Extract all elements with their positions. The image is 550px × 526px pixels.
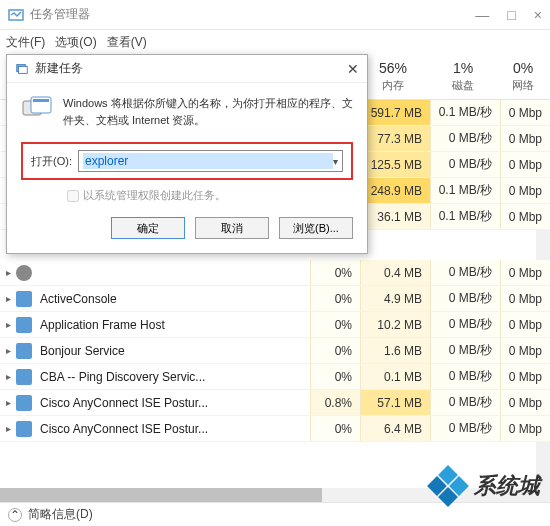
minimize-button[interactable]: — <box>475 7 489 23</box>
table-row[interactable]: ▸0%0.4 MB0 MB/秒0 Mbp <box>0 260 550 286</box>
cell: 0 MB/秒 <box>430 390 500 415</box>
process-name: Cisco AnyConnect ISE Postur... <box>38 422 310 436</box>
cell: 0 Mbp <box>500 364 550 389</box>
table-row[interactable]: ▸Application Frame Host0%10.2 MB0 MB/秒0 … <box>0 312 550 338</box>
process-icon <box>16 369 32 385</box>
expander-icon[interactable]: ▸ <box>0 293 16 304</box>
window-title: 任务管理器 <box>30 6 475 23</box>
open-combobox[interactable]: ▾ <box>78 150 343 172</box>
browse-button[interactable]: 浏览(B)... <box>279 217 353 239</box>
cell: 10.2 MB <box>360 312 430 337</box>
table-row[interactable]: ▸Cisco AnyConnect ISE Postur...0%6.4 MB0… <box>0 416 550 442</box>
cell: 248.9 MB <box>360 178 430 203</box>
expander-icon[interactable]: ▸ <box>0 267 16 278</box>
ok-button[interactable]: 确定 <box>111 217 185 239</box>
process-name: CBA -- Ping Discovery Servic... <box>38 370 310 384</box>
cell: 0 MB/秒 <box>430 416 500 441</box>
dialog-icon <box>15 62 29 76</box>
cell: 0 Mbp <box>500 416 550 441</box>
cell: 0% <box>310 312 360 337</box>
process-icon <box>16 395 32 411</box>
app-icon <box>8 7 24 23</box>
cell: 0.1 MB/秒 <box>430 178 500 203</box>
title-bar: 任务管理器 — □ × <box>0 0 550 30</box>
cell: 0 MB/秒 <box>430 312 500 337</box>
run-icon <box>21 95 53 123</box>
expander-icon[interactable]: ▸ <box>0 397 16 408</box>
admin-checkbox-row: 以系统管理权限创建此任务。 <box>21 188 353 203</box>
col-network[interactable]: 0% 网络 <box>498 54 548 99</box>
expander-icon[interactable]: ▸ <box>0 371 16 382</box>
dialog-close-icon[interactable]: ✕ <box>347 61 359 77</box>
process-name: ActiveConsole <box>38 292 310 306</box>
maximize-button[interactable]: □ <box>507 7 515 23</box>
fewer-details[interactable]: 简略信息(D) <box>28 506 93 523</box>
expander-icon[interactable]: ▸ <box>0 319 16 330</box>
cell: 0 Mbp <box>500 390 550 415</box>
menu-options[interactable]: 选项(O) <box>55 34 96 51</box>
cell: 0 MB/秒 <box>430 152 500 177</box>
col-memory[interactable]: 56% 内存 <box>358 54 428 99</box>
dialog-buttons: 确定 取消 浏览(B)... <box>21 217 353 239</box>
process-icon <box>16 343 32 359</box>
cell: 0 Mbp <box>500 126 550 151</box>
cancel-button[interactable]: 取消 <box>195 217 269 239</box>
cell: 36.1 MB <box>360 204 430 229</box>
expander-icon[interactable]: ▸ <box>0 345 16 356</box>
process-name: Cisco AnyConnect ISE Postur... <box>38 396 310 410</box>
expander-icon[interactable]: ▸ <box>0 423 16 434</box>
cell: 0% <box>310 364 360 389</box>
cell: 0 Mbp <box>500 260 550 285</box>
open-label: 打开(O): <box>31 154 72 169</box>
table-row[interactable]: ▸Bonjour Service0%1.6 MB0 MB/秒0 Mbp <box>0 338 550 364</box>
dialog-title: 新建任务 <box>35 60 347 77</box>
cell: 591.7 MB <box>360 100 430 125</box>
cell: 0 MB/秒 <box>430 338 500 363</box>
cell: 0 Mbp <box>500 204 550 229</box>
cell: 0.1 MB/秒 <box>430 100 500 125</box>
admin-label: 以系统管理权限创建此任务。 <box>83 188 226 203</box>
cell: 77.3 MB <box>360 126 430 151</box>
process-icon <box>16 421 32 437</box>
menu-view[interactable]: 查看(V) <box>107 34 147 51</box>
cell: 57.1 MB <box>360 390 430 415</box>
window-controls: — □ × <box>475 7 542 23</box>
cell: 0 Mbp <box>500 100 550 125</box>
table-row[interactable]: ▸ActiveConsole0%4.9 MB0 MB/秒0 Mbp <box>0 286 550 312</box>
cell: 6.4 MB <box>360 416 430 441</box>
cell: 0 Mbp <box>500 152 550 177</box>
cell: 0 MB/秒 <box>430 126 500 151</box>
cell: 0 Mbp <box>500 338 550 363</box>
dialog-body: Windows 将根据你所键入的名称，为你打开相应的程序、文件夹、文档或 Int… <box>7 83 367 253</box>
cell: 0 Mbp <box>500 312 550 337</box>
process-icon <box>16 317 32 333</box>
svg-rect-2 <box>19 66 28 73</box>
cell: 0 MB/秒 <box>430 364 500 389</box>
menu-file[interactable]: 文件(F) <box>6 34 45 51</box>
watermark: 系统城 <box>428 466 540 506</box>
col-disk[interactable]: 1% 磁盘 <box>428 54 498 99</box>
dropdown-icon[interactable]: ▾ <box>333 156 338 167</box>
cell: 0.1 MB/秒 <box>430 204 500 229</box>
cell: 0 Mbp <box>500 286 550 311</box>
dialog-titlebar: 新建任务 ✕ <box>7 55 367 83</box>
table-row[interactable]: ▸Cisco AnyConnect ISE Postur...0.8%57.1 … <box>0 390 550 416</box>
process-name: Application Frame Host <box>38 318 310 332</box>
run-dialog: 新建任务 ✕ Windows 将根据你所键入的名称，为你打开相应的程序、文件夹、… <box>6 54 368 254</box>
cell: 0 MB/秒 <box>430 286 500 311</box>
cell: 0.4 MB <box>360 260 430 285</box>
dialog-desc: Windows 将根据你所键入的名称，为你打开相应的程序、文件夹、文档或 Int… <box>63 95 353 128</box>
table-row[interactable]: ▸CBA -- Ping Discovery Servic...0%0.1 MB… <box>0 364 550 390</box>
admin-checkbox[interactable] <box>67 190 79 202</box>
cell: 125.5 MB <box>360 152 430 177</box>
cell: 0% <box>310 260 360 285</box>
process-icon <box>16 265 32 281</box>
cell: 0% <box>310 416 360 441</box>
cell: 0% <box>310 338 360 363</box>
menu-bar: 文件(F) 选项(O) 查看(V) <box>0 30 550 54</box>
open-input[interactable] <box>83 153 333 169</box>
expand-icon[interactable]: ⌃ <box>8 508 22 522</box>
process-name: Bonjour Service <box>38 344 310 358</box>
watermark-logo-icon <box>428 466 468 506</box>
close-button[interactable]: × <box>534 7 542 23</box>
